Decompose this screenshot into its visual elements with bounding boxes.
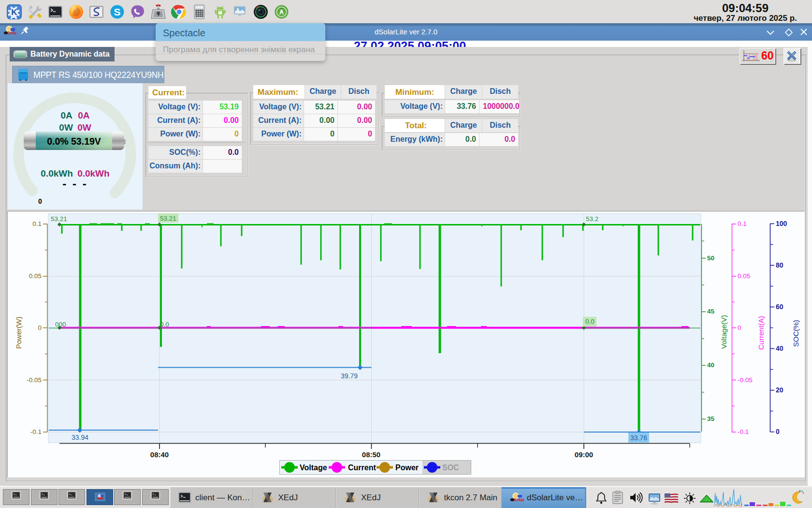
svg-text:Solar: Solar [7, 30, 16, 35]
svg-text:Solar: Solar [514, 497, 524, 502]
svg-text:K: K [11, 8, 17, 17]
svg-text:S: S [114, 6, 120, 17]
